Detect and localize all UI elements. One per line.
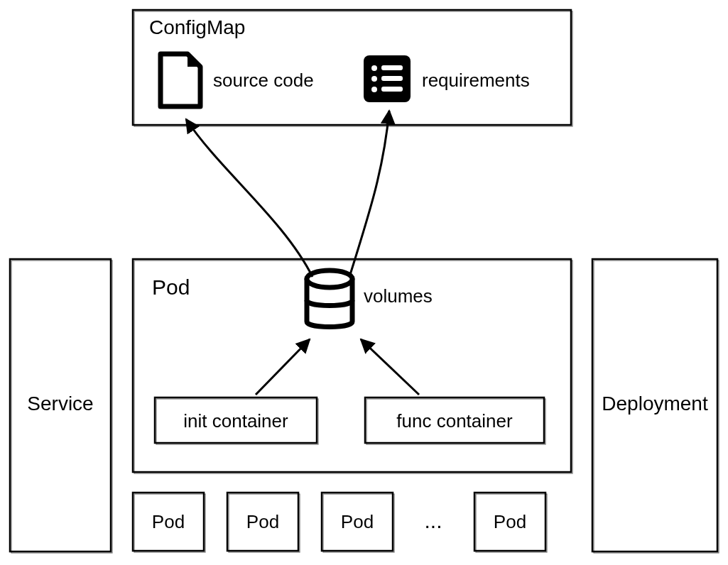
requirements-label: requirements	[422, 70, 530, 91]
svg-point-4	[371, 76, 377, 82]
func-container-box: func container	[365, 397, 545, 444]
svg-rect-6	[381, 65, 403, 70]
pod-small-3: Pod	[322, 493, 394, 552]
svg-point-15	[307, 270, 352, 287]
deployment-title: Deployment	[602, 393, 708, 415]
svg-point-5	[371, 87, 377, 92]
init-container-box: init container	[155, 397, 318, 444]
configmap-title: ConfigMap	[149, 16, 245, 38]
pod-small-3-label: Pod	[341, 511, 374, 532]
arrow-volumes-to-source	[186, 119, 313, 277]
service-title: Service	[27, 393, 93, 415]
arrow-volumes-to-requirements	[349, 111, 389, 277]
pod-box: Pod volumes init container func containe…	[133, 259, 572, 473]
pod-small-2-label: Pod	[246, 511, 279, 532]
init-container-label: init container	[183, 410, 288, 432]
func-container-label: func container	[396, 410, 513, 432]
configmap-box: ConfigMap source code requirements	[133, 10, 572, 126]
pod-title: Pod	[152, 275, 190, 299]
svg-rect-7	[381, 76, 403, 81]
architecture-diagram: ConfigMap source code requirements Servi…	[0, 0, 728, 565]
source-code-icon	[161, 54, 200, 106]
volumes-icon	[307, 270, 352, 327]
pod-small-1-label: Pod	[152, 511, 185, 532]
pod-small-4: Pod	[474, 493, 547, 552]
service-box: Service	[10, 259, 112, 553]
source-code-label: source code	[213, 70, 314, 91]
volumes-label: volumes	[364, 285, 433, 307]
requirements-icon	[364, 55, 411, 102]
pod-small-4-label: Pod	[494, 511, 526, 532]
pod-small-2: Pod	[227, 493, 300, 552]
arrow-func-to-volumes	[361, 339, 419, 395]
pods-row: Pod Pod Pod ... Pod	[133, 493, 547, 552]
svg-point-3	[371, 65, 377, 71]
pod-small-1: Pod	[133, 493, 205, 552]
pods-ellipsis: ...	[424, 509, 442, 532]
arrow-init-to-volumes	[256, 339, 310, 395]
svg-rect-8	[381, 87, 403, 92]
deployment-box: Deployment	[592, 259, 719, 553]
